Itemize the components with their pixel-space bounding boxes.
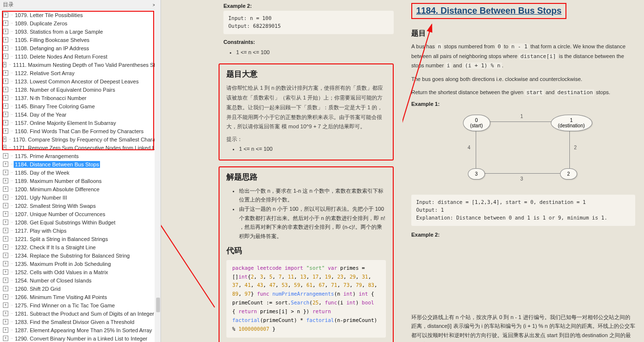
expand-icon[interactable]: + xyxy=(3,278,8,283)
expand-icon[interactable]: + xyxy=(3,120,8,125)
expand-icon[interactable]: + xyxy=(3,128,8,134)
tree-item[interactable]: +··1290. Convert Binary Number in a Link… xyxy=(0,334,161,342)
expand-icon[interactable]: + xyxy=(3,161,8,167)
expand-icon[interactable]: + xyxy=(3,54,8,59)
tree-item[interactable]: +··1110. Delete Nodes And Return Forest xyxy=(0,52,161,60)
scrollbar[interactable] xyxy=(155,0,161,342)
tree-item[interactable]: +··1252. Cells with Odd Values in a Matr… xyxy=(0,268,161,276)
tree-item[interactable]: +··1157. Online Majority Element In Suba… xyxy=(0,119,161,127)
expand-icon[interactable]: + xyxy=(3,294,8,300)
tree-item[interactable]: +··1122. Relative Sort Array xyxy=(0,69,161,77)
expand-icon[interactable]: + xyxy=(3,286,8,291)
tree-item[interactable]: +··1232. Check If It Is a Straight Line xyxy=(0,243,161,251)
expand-icon[interactable]: + xyxy=(3,211,8,217)
tree-item[interactable]: +··1254. Number of Closed Islands xyxy=(0,276,161,284)
tree-item-label: 1170. Compare Strings by Frequency of th… xyxy=(12,136,161,143)
tree-item[interactable]: +··1200. Minimum Absolute Difference xyxy=(0,185,161,193)
tree-item[interactable]: +··1145. Binary Tree Coloring Game xyxy=(0,102,161,110)
meaning-bullets: 1 <= n <= 100 xyxy=(226,144,386,154)
code-title: 代码 xyxy=(226,246,386,256)
tree-dots-icon: ·· xyxy=(11,28,13,35)
tree-item[interactable]: +··1260. Shift 2D Grid xyxy=(0,284,161,293)
tree-item[interactable]: +··1171. Remove Zero Sum Consecutive Nod… xyxy=(0,143,161,152)
expand-icon[interactable]: + xyxy=(3,236,8,241)
meaning-bullet: 1 <= n <= 100 xyxy=(239,144,386,154)
expand-icon[interactable]: + xyxy=(3,87,8,92)
tree-item[interactable]: +··1266. Minimum Time Visiting All Point… xyxy=(0,293,161,301)
tree-item[interactable]: +··1202. Smallest String With Swaps xyxy=(0,201,161,210)
tree-item[interactable]: +··1154. Day of the Year xyxy=(0,110,161,119)
tree-item[interactable]: +··1137. N-th Tribonacci Number xyxy=(0,94,161,102)
expand-icon[interactable]: + xyxy=(3,195,8,200)
subject-heading: 题目 xyxy=(411,29,635,38)
expand-icon[interactable]: + xyxy=(3,137,6,142)
expand-icon[interactable]: + xyxy=(3,29,8,34)
expand-icon[interactable]: + xyxy=(3,269,8,275)
tree-item[interactable]: +··1111. Maximum Nesting Depth of Two Va… xyxy=(0,60,161,69)
expand-icon[interactable]: + xyxy=(3,20,8,26)
tree-item-label: 1232. Check If It Is a Straight Line xyxy=(14,244,97,251)
expand-icon[interactable]: + xyxy=(3,253,8,258)
tree-item[interactable]: +··1170. Compare Strings by Frequency of… xyxy=(0,135,161,143)
expand-icon[interactable]: + xyxy=(3,170,8,175)
expand-icon[interactable]: + xyxy=(3,95,8,101)
tree-item[interactable]: +··1221. Split a String in Balanced Stri… xyxy=(0,235,161,243)
tree-item[interactable]: +··1208. Get Equal Substrings Within Bud… xyxy=(0,218,161,226)
tree-dots-icon: ·· xyxy=(11,78,13,85)
expand-icon[interactable]: + xyxy=(3,302,8,308)
expand-icon[interactable]: + xyxy=(3,45,8,51)
tree-item[interactable]: +··1234. Replace the Substring for Balan… xyxy=(0,251,161,260)
tree-item[interactable]: +··1185. Day of the Week xyxy=(0,168,161,177)
expand-icon[interactable]: + xyxy=(3,327,8,333)
expand-icon[interactable]: + xyxy=(3,145,6,150)
expand-icon[interactable]: + xyxy=(3,62,6,67)
expand-icon[interactable]: + xyxy=(3,178,8,183)
expand-icon[interactable]: + xyxy=(3,103,8,109)
tree-item[interactable]: +··1235. Maximum Profit in Job Schedulin… xyxy=(0,260,161,268)
expand-icon[interactable]: + xyxy=(3,37,8,42)
tree-item[interactable]: +··1275. Find Winner on a Tic Tac Toe Ga… xyxy=(0,301,161,309)
tree-item-label: 1208. Get Equal Substrings Within Budget xyxy=(14,219,116,226)
tree-item[interactable]: +··1281. Subtract the Product and Sum of… xyxy=(0,309,161,318)
tree-item[interactable]: +··1207. Unique Number of Occurrences xyxy=(0,210,161,218)
tree-item[interactable]: +··1217. Play with Chips xyxy=(0,226,161,235)
tree-dots-icon: ·· xyxy=(11,244,13,251)
expand-icon[interactable]: + xyxy=(3,311,8,316)
expand-icon[interactable]: + xyxy=(3,261,8,266)
code-l1: package leetcode xyxy=(232,265,282,271)
tree-item[interactable]: +··1123. Lowest Common Ancestor of Deepe… xyxy=(0,77,161,85)
tree-item-label: 1207. Unique Number of Occurrences xyxy=(14,211,106,218)
tree-item[interactable]: +··1108. Defanging an IP Address xyxy=(0,44,161,52)
expand-icon[interactable]: + xyxy=(3,220,8,225)
expand-icon[interactable]: + xyxy=(3,112,8,117)
expand-icon[interactable]: + xyxy=(3,70,8,76)
expand-icon[interactable]: + xyxy=(3,228,8,233)
tree-item[interactable]: +··1184. Distance Between Bus Stops xyxy=(0,160,161,168)
tree-item[interactable]: +··1105. Filling Bookcase Shelves xyxy=(0,36,161,44)
tree-item[interactable]: +··1201. Ugly Number III xyxy=(0,193,161,201)
sidebar-tree[interactable]: +··1079. Letter Tile Possibilities+··108… xyxy=(0,10,161,342)
expand-icon[interactable]: + xyxy=(3,186,8,192)
tree-item[interactable]: +··1283. Find the Smallest Divisor Given… xyxy=(0,318,161,326)
expand-icon[interactable]: + xyxy=(3,244,8,250)
tree-item[interactable]: +··1175. Prime Arrangements xyxy=(0,152,161,160)
tree-item-label: 1254. Number of Closed Islands xyxy=(14,277,92,284)
tree-item[interactable]: +··1079. Letter Tile Possibilities xyxy=(0,11,161,19)
tree-item[interactable]: +··1089. Duplicate Zeros xyxy=(0,19,161,27)
tree-item[interactable]: +··1093. Statistics from a Large Sample xyxy=(0,27,161,36)
expand-icon[interactable]: + xyxy=(3,336,8,341)
expand-icon[interactable]: + xyxy=(3,153,8,159)
tree-dots-icon: ·· xyxy=(11,261,13,267)
page-title[interactable]: 1184. Distance Between Bus Stops xyxy=(414,5,564,17)
tree-item[interactable]: +··1160. Find Words That Can Be Formed b… xyxy=(0,127,161,135)
expand-icon[interactable]: + xyxy=(3,79,8,84)
tree-item[interactable]: +··1128. Number of Equivalent Domino Pai… xyxy=(0,85,161,94)
tree-item-label: 1089. Duplicate Zeros xyxy=(14,20,68,27)
tree-item[interactable]: +··1189. Maximum Number of Balloons xyxy=(0,177,161,185)
expand-icon[interactable]: + xyxy=(3,203,8,208)
tree-item[interactable]: +··1287. Element Appearing More Than 25%… xyxy=(0,326,161,334)
expand-icon[interactable]: + xyxy=(3,319,8,324)
scroll-thumb[interactable] xyxy=(156,298,160,312)
tree-dots-icon: ·· xyxy=(11,169,13,176)
expand-icon[interactable]: + xyxy=(3,12,8,18)
